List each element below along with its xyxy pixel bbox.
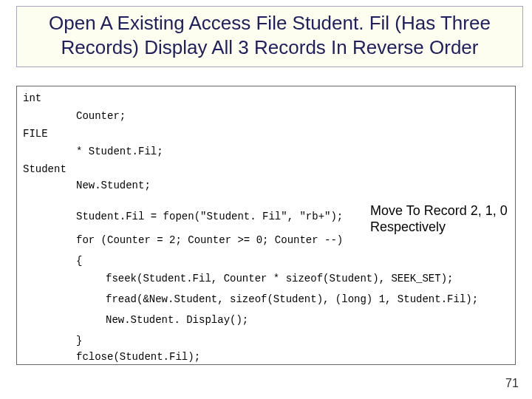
code-line-14: fclose(Student.Fil);: [76, 351, 200, 363]
code-line-1: int: [23, 92, 41, 104]
code-line-8: for (Counter = 2; Counter >= 0; Counter …: [76, 234, 343, 246]
code-line-3: FILE: [23, 128, 48, 140]
code-line-13: }: [76, 335, 82, 347]
code-line-6: New.Student;: [76, 180, 151, 191]
title-line-1: Open A Existing Access File Student. Fil…: [20, 11, 519, 35]
annotation-line-2: Respectively: [370, 219, 446, 236]
code-box: int Counter; FILE * Student.Fil; Student…: [16, 86, 516, 365]
code-line-5: Student: [23, 163, 66, 175]
code-line-4: * Student.Fil;: [76, 146, 163, 157]
title-line-2: Records) Display All 3 Records In Revers…: [20, 35, 519, 60]
code-line-12: New.Student. Display();: [106, 314, 248, 326]
code-line-2: Counter;: [76, 110, 126, 122]
code-line-9: {: [76, 255, 82, 267]
slide-title-box: Open A Existing Access File Student. Fil…: [16, 6, 523, 67]
code-line-10: fseek(Student.Fil, Counter * sizeof(Stud…: [106, 273, 453, 284]
page-number: 71: [505, 377, 519, 390]
code-line-7: Student.Fil = fopen("Student. Fil", "rb+…: [76, 211, 343, 222]
annotation-line-1: Move To Record 2, 1, 0: [370, 203, 508, 219]
code-line-11: fread(&New.Student, sizeof(Student), (lo…: [106, 293, 478, 305]
